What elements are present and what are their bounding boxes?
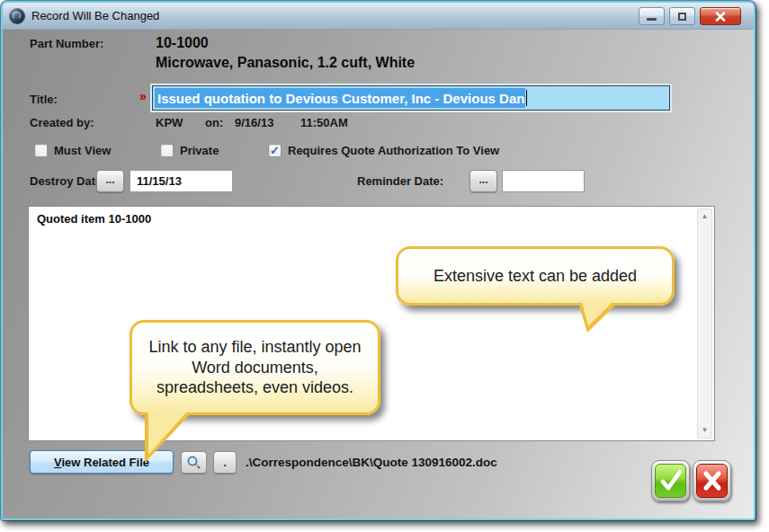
requires-quote-auth-checkbox-box[interactable]: ✓ [268, 144, 282, 157]
part-number-value: 10-1000 [156, 35, 209, 51]
text-caret [526, 90, 527, 106]
x-icon [715, 12, 726, 22]
cancel-button[interactable] [693, 460, 731, 501]
private-checkbox-box[interactable] [160, 144, 174, 157]
created-by-value: KPW [156, 116, 183, 129]
private-label: Private [180, 144, 219, 157]
globe-icon [9, 8, 25, 24]
restore-icon [678, 13, 686, 21]
title-bar[interactable]: Record Will Be Changed [3, 3, 754, 30]
x-icon [702, 470, 723, 492]
check-icon [658, 469, 684, 492]
requires-quote-auth-checkbox[interactable]: ✓ Requires Quote Authorization To View [268, 144, 499, 157]
scroll-up-icon[interactable]: ▲ [698, 209, 711, 224]
destroy-date-input[interactable]: 11/15/13 [130, 170, 233, 192]
callout-extensive-text-label: Extensive text can be added [434, 266, 637, 287]
scroll-down-icon[interactable]: ▼ [698, 423, 711, 438]
minimize-icon [647, 18, 657, 21]
must-view-checkbox[interactable]: Must View [34, 144, 111, 157]
ok-button[interactable] [651, 460, 690, 501]
callout-extensive-text: Extensive text can be added [396, 246, 675, 306]
reminder-date-browse-button[interactable]: ... [469, 170, 497, 192]
reminder-date-input[interactable] [502, 170, 585, 192]
notes-content: Quoted item 10-1000 [37, 212, 151, 226]
part-number-label: Part Number: [30, 37, 103, 50]
reminder-date-label: Reminder Date: [357, 174, 443, 188]
part-description: Microwave, Panasonic, 1.2 cuft, White [156, 55, 415, 71]
callout-link-file: Link to any file, instantly open Word do… [130, 320, 380, 415]
created-by-label: Created by: [30, 116, 94, 129]
screen: Record Will Be Changed Part Number: 10-1… [0, 0, 769, 532]
required-marker: » [139, 89, 147, 103]
callout-link-file-label: Link to any file, instantly open Word do… [145, 337, 365, 398]
title-label: Title: [30, 93, 58, 106]
must-view-label: Must View [54, 144, 111, 157]
window-title: Record Will Be Changed [31, 9, 159, 22]
dialog-body: Part Number: 10-1000 Microwave, Panasoni… [3, 30, 754, 520]
restore-button[interactable] [669, 7, 695, 25]
view-related-file-label: iew Related File [61, 456, 149, 469]
created-date: 9/16/13 [235, 116, 273, 129]
destroy-date-browse-button[interactable]: ... [96, 170, 124, 192]
vertical-scrollbar[interactable]: ▲ ▼ [697, 208, 712, 439]
title-input[interactable]: Issued quotation to Devious Customer, In… [152, 85, 670, 111]
created-time: 11:50AM [300, 116, 348, 129]
window-controls [639, 7, 741, 25]
destroy-date-label: Destroy Date: [30, 174, 106, 188]
dot-button[interactable]: . [213, 451, 237, 474]
linked-file-path: .\Correspondence\BK\Quote 130916002.doc [246, 456, 497, 469]
requires-quote-auth-label: Requires Quote Authorization To View [288, 144, 499, 157]
title-input-selected-text: Issued quotation to Devious Customer, In… [155, 88, 525, 108]
dialog-window: Record Will Be Changed Part Number: 10-1… [1, 1, 756, 520]
minimize-button[interactable] [639, 7, 665, 25]
checkbox-row: Must View Private ✓ Requires Quote Autho… [3, 144, 754, 160]
must-view-checkbox-box[interactable] [34, 144, 48, 157]
close-button[interactable] [700, 7, 741, 25]
private-checkbox[interactable]: Private [160, 144, 219, 157]
created-on-label: on: [205, 116, 223, 129]
